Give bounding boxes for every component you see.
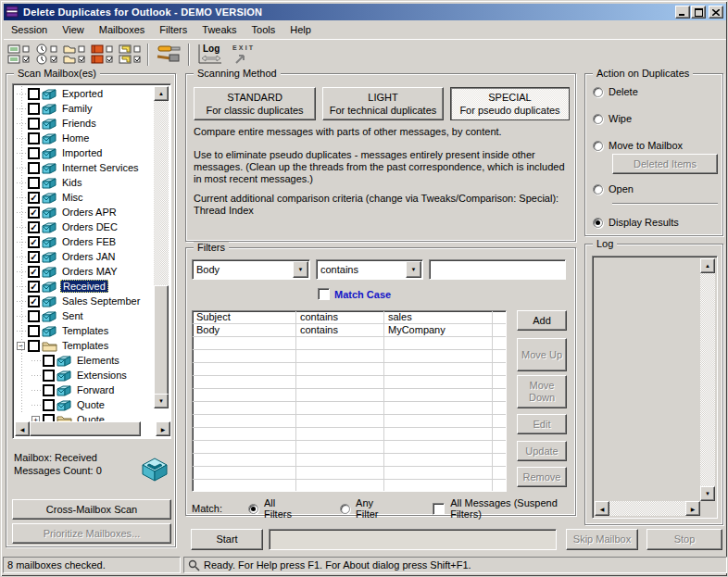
radio-button[interactable] xyxy=(593,141,603,151)
mailbox-checkbox[interactable]: ✓ xyxy=(28,251,40,263)
chevron-down-icon[interactable]: ▼ xyxy=(293,261,308,278)
action-option-open[interactable]: Open xyxy=(593,182,722,195)
tree-item-kids[interactable]: Kids xyxy=(15,175,156,190)
table-row[interactable] xyxy=(193,454,506,467)
tree-item-friends[interactable]: Friends xyxy=(15,116,156,131)
minimize-button[interactable] xyxy=(675,6,690,19)
menu-item-tools[interactable]: Tools xyxy=(245,22,283,38)
tree-item-sent[interactable]: Sent xyxy=(15,308,156,323)
table-row[interactable] xyxy=(193,337,506,350)
select-notes-icon[interactable] xyxy=(117,42,144,68)
menu-item-view[interactable]: View xyxy=(55,22,92,38)
table-row[interactable] xyxy=(193,389,506,402)
table-row[interactable] xyxy=(193,428,506,441)
scroll-left-icon[interactable]: ◀ xyxy=(15,421,30,436)
remove-button[interactable]: Remove xyxy=(517,467,567,487)
mailbox-checkbox[interactable] xyxy=(43,370,55,382)
exit-icon[interactable]: EXIT xyxy=(226,42,259,68)
mailbox-checkbox[interactable] xyxy=(43,355,55,367)
table-row[interactable] xyxy=(193,415,506,428)
edit-button[interactable]: Edit xyxy=(517,414,567,434)
tree-item-orders-jan[interactable]: ✓Orders JAN xyxy=(15,249,156,264)
menu-item-tweaks[interactable]: Tweaks xyxy=(195,22,244,38)
log-vscroll-track[interactable] xyxy=(700,273,715,486)
table-row[interactable]: BodycontainsMyCompany xyxy=(193,324,506,337)
mailbox-checkbox[interactable] xyxy=(28,310,40,322)
table-row[interactable] xyxy=(193,480,506,492)
skip-mailbox-button[interactable]: Skip Mailbox xyxy=(566,529,638,550)
table-row[interactable] xyxy=(193,467,506,480)
menu-item-help[interactable]: Help xyxy=(282,22,319,38)
table-row[interactable] xyxy=(193,441,506,454)
move-up-button[interactable]: Move Up xyxy=(517,338,567,371)
close-button[interactable] xyxy=(709,6,723,19)
log-icon[interactable]: Log xyxy=(193,42,226,68)
mailbox-checkbox[interactable] xyxy=(43,384,55,396)
maximize-button[interactable] xyxy=(691,6,706,19)
special-method-button[interactable]: SPECIAL For pseudo duplicates xyxy=(450,87,570,120)
tree-item-orders-feb[interactable]: ✓Orders FEB xyxy=(15,234,156,249)
log-output[interactable]: ▲ ▼ ◀ ▶ xyxy=(592,256,718,519)
tree-vertical-scrollbar[interactable]: ▲ ▼ xyxy=(154,86,169,423)
mailbox-checkbox[interactable]: ✓ xyxy=(28,236,40,248)
tree-item-quote[interactable]: Quote xyxy=(15,397,156,412)
action-option-wipe[interactable]: Wipe xyxy=(593,112,722,125)
action-option-display-results[interactable]: Display Results xyxy=(593,216,722,229)
tree-horizontal-scrollbar[interactable]: ◀ ▶ xyxy=(15,421,170,436)
mailbox-checkbox[interactable] xyxy=(28,132,40,144)
tree-item-family[interactable]: Family xyxy=(15,101,156,116)
menu-item-mailboxes[interactable]: Mailboxes xyxy=(92,22,153,38)
scroll-right-icon[interactable]: ▶ xyxy=(156,421,170,436)
mailbox-checkbox[interactable]: ✓ xyxy=(28,295,40,307)
table-row[interactable] xyxy=(193,402,506,415)
match-case-checkbox[interactable] xyxy=(318,288,330,300)
tweaks-tools-icon[interactable] xyxy=(152,42,185,68)
filter-value-input[interactable] xyxy=(429,259,566,280)
mailbox-checkbox[interactable] xyxy=(28,162,40,174)
scroll-down-icon[interactable]: ▼ xyxy=(154,394,169,408)
tree-item-home[interactable]: Home xyxy=(15,131,156,145)
radio-button[interactable] xyxy=(593,184,603,194)
mailbox-checkbox[interactable]: ✓ xyxy=(28,207,40,219)
filters-table[interactable]: SubjectcontainssalesBodycontainsMyCompan… xyxy=(192,310,507,492)
tree-item-forward[interactable]: Forward xyxy=(15,383,156,397)
add-button[interactable]: Add xyxy=(517,310,567,331)
table-row[interactable] xyxy=(193,363,506,376)
tree-item-exported[interactable]: Exported xyxy=(15,86,156,101)
stop-button[interactable]: Stop xyxy=(646,529,722,550)
select-mail-items-icon[interactable] xyxy=(6,42,33,68)
select-stores-icon[interactable] xyxy=(89,42,117,68)
prioritize-mailboxes-button[interactable]: Prioritize Mailboxes... xyxy=(12,523,171,544)
menu-item-filters[interactable]: Filters xyxy=(152,22,195,38)
scroll-right-icon[interactable]: ▶ xyxy=(685,501,700,516)
table-row[interactable] xyxy=(193,350,506,363)
filter-field-dropdown[interactable]: Body ▼ xyxy=(192,259,310,280)
tree-item-elements[interactable]: Elements xyxy=(15,353,156,368)
action-option-delete[interactable]: Delete xyxy=(593,85,722,98)
mailbox-checkbox[interactable] xyxy=(28,177,40,189)
select-by-date-icon[interactable] xyxy=(33,42,61,68)
tree-item-orders-may[interactable]: ✓Orders MAY xyxy=(15,264,156,279)
standard-method-button[interactable]: STANDARD For classic duplicates xyxy=(194,87,316,120)
mailbox-checkbox[interactable] xyxy=(28,325,40,337)
table-row[interactable]: Subjectcontainssales xyxy=(193,311,506,324)
tree-item-templates[interactable]: −Templates xyxy=(15,338,156,353)
tree-item-orders-apr[interactable]: ✓Orders APR xyxy=(15,205,156,220)
mailbox-checkbox[interactable]: ✓ xyxy=(28,281,40,293)
tree-item-received[interactable]: ✓Received xyxy=(15,279,156,294)
tree-item-extensions[interactable]: Extensions xyxy=(15,368,156,383)
suspend-filters-checkbox[interactable] xyxy=(433,503,445,515)
tree-item-templates[interactable]: Templates xyxy=(15,323,156,338)
filter-operator-dropdown[interactable]: contains ▼ xyxy=(316,259,423,280)
tree-vscroll-thumb[interactable] xyxy=(154,285,169,398)
start-button[interactable]: Start xyxy=(191,529,263,550)
scroll-left-icon[interactable]: ◀ xyxy=(595,501,609,516)
tree-item-orders-dec[interactable]: ✓Orders DEC xyxy=(15,220,156,234)
log-hscroll-track[interactable] xyxy=(609,501,685,516)
mailbox-checkbox[interactable] xyxy=(43,399,55,411)
update-button[interactable]: Update xyxy=(517,441,567,461)
mailbox-checkbox[interactable]: ✓ xyxy=(28,221,40,233)
radio-button[interactable] xyxy=(593,87,603,97)
mailbox-checkbox[interactable]: ✓ xyxy=(28,266,40,278)
move-down-button[interactable]: Move Down xyxy=(517,375,567,408)
